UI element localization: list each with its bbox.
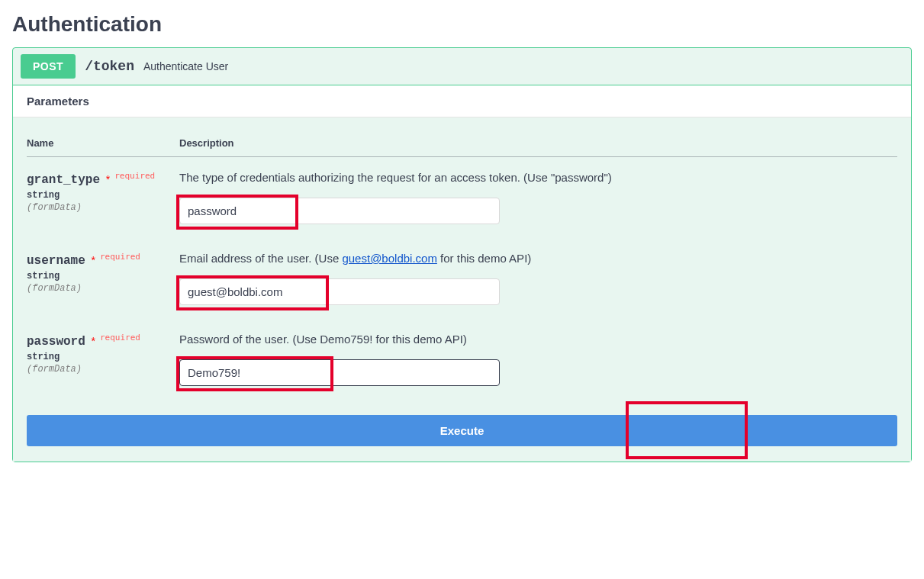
desc-suffix: for this demo API) <box>437 252 531 265</box>
execute-button[interactable]: Execute <box>27 415 897 446</box>
demo-email-link[interactable]: guest@boldbi.com <box>342 252 436 265</box>
required-label: required <box>100 252 140 262</box>
param-description: Email address of the user. (Use guest@bo… <box>179 252 891 265</box>
col-name: Name <box>27 127 179 157</box>
param-name: username <box>27 254 85 268</box>
param-in: (formData) <box>27 202 173 213</box>
col-description: Description <box>179 127 897 157</box>
param-description: The type of credentials authorizing the … <box>179 171 891 184</box>
required-star-icon: * <box>89 254 95 266</box>
param-type: string <box>27 271 173 281</box>
param-in: (formData) <box>27 283 173 294</box>
required-star-icon: * <box>89 335 95 347</box>
operation-description: Authenticate User <box>143 60 228 72</box>
parameters-table: Name Description grant_type * required <box>27 127 897 400</box>
operation-path: /token <box>85 59 134 74</box>
section-title: Authentication <box>12 12 912 37</box>
param-description: Password of the user. (Use Demo759! for … <box>179 333 891 346</box>
param-name: password <box>27 335 85 349</box>
param-name: grant_type <box>27 173 100 187</box>
required-star-icon: * <box>103 173 110 185</box>
param-row-password: password * required string (formData) Pa… <box>27 319 897 400</box>
operation-block: POST /token Authenticate User Parameters… <box>12 47 912 462</box>
parameters-header: Parameters <box>13 85 911 117</box>
http-method-badge: POST <box>21 54 76 79</box>
param-type: string <box>27 190 173 201</box>
param-row-username: username * required string (formData) Em… <box>27 238 897 319</box>
param-type: string <box>27 352 173 362</box>
grant-type-input[interactable] <box>179 198 500 224</box>
operation-summary[interactable]: POST /token Authenticate User <box>13 48 911 85</box>
param-in: (formData) <box>27 364 173 375</box>
parameters-body: Name Description grant_type * required <box>13 117 911 462</box>
required-label: required <box>114 171 155 181</box>
desc-prefix: Email address of the user. (Use <box>179 252 342 265</box>
param-row-grant-type: grant_type * required string (formData) … <box>27 157 897 239</box>
username-input[interactable] <box>179 278 500 305</box>
required-label: required <box>100 333 140 343</box>
password-input[interactable] <box>179 359 500 386</box>
